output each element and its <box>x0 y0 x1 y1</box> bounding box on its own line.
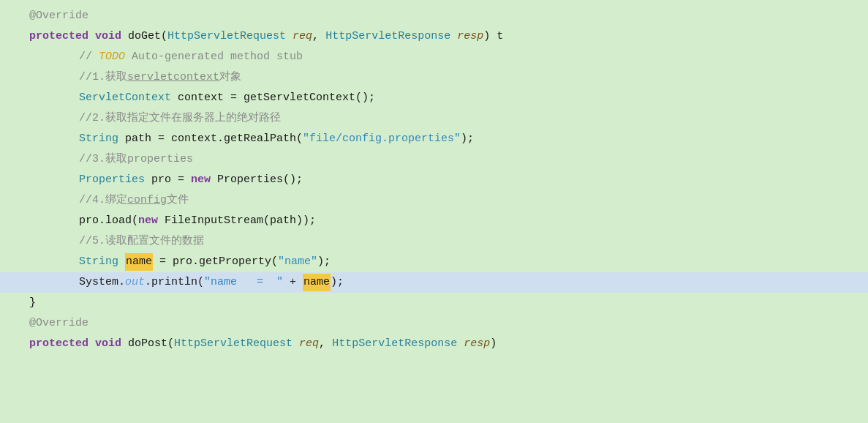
code-line-name: String name = pro.getProperty( "name" ); <box>0 252 868 272</box>
code-line-dopost: protected void doPost( HttpServletReques… <box>0 334 868 354</box>
param-resp-2: resp <box>457 335 490 352</box>
string-filepath: "file/config.properties" <box>303 130 461 147</box>
type-string1: String <box>79 130 118 147</box>
param-req-2: req <box>293 335 319 352</box>
type-servletcontext: ServletContext <box>79 89 171 106</box>
comma: , <box>312 28 325 45</box>
keyword-protected: protected <box>29 28 88 45</box>
comment4-text2: 文件 <box>167 192 189 209</box>
keyword-void-2: void <box>95 335 121 352</box>
type-properties: Properties <box>79 171 145 188</box>
comment2-text: //2.获取指定文件在服务器上的绝对路径 <box>79 110 281 127</box>
code-line-comment4: //4.绑定config文件 <box>0 190 868 211</box>
keyword-new1: new <box>191 171 211 188</box>
paren-close1: ); <box>461 130 474 147</box>
code-line-path: String path = context.getRealPath( "file… <box>0 129 868 149</box>
type-httpservletrequest-2: HttpServletRequest <box>174 335 293 352</box>
type-httpservletresponse-2: HttpServletResponse <box>332 335 457 352</box>
type-httpservletrequest: HttpServletRequest <box>167 28 286 45</box>
comment4-text: //4.绑定 <box>79 192 127 209</box>
getproperty: = pro.getProperty( <box>153 253 278 270</box>
type-string2: String <box>79 253 118 270</box>
pro-load: pro.load( <box>79 212 138 229</box>
code-line-comment2: //2.获取指定文件在服务器上的绝对路径 <box>0 108 868 129</box>
comment1-text: //1.获取 <box>79 69 127 86</box>
out-token: out <box>125 274 145 291</box>
method-doget: doGet( <box>121 28 167 45</box>
code-line-doget: protected void doGet( HttpServletRequest… <box>0 26 868 47</box>
keyword-void: void <box>95 28 121 45</box>
param-resp: resp <box>450 28 483 45</box>
comment1-underline: servletcontext <box>127 69 219 86</box>
keyword-protected-2: protected <box>29 335 88 352</box>
type-httpservletresponse: HttpServletResponse <box>325 28 450 45</box>
paren-close2: ); <box>317 253 331 270</box>
var-name-highlight: name <box>125 253 153 270</box>
comment1-text2: 对象 <box>219 69 241 86</box>
comma2: , <box>319 335 332 352</box>
annotation-token-2: @Override <box>29 315 88 332</box>
todo-token: TODO <box>99 48 125 65</box>
code-line-servletcontext: ServletContext context = getServletConte… <box>0 88 868 108</box>
space2 <box>118 253 125 270</box>
comment4-underline: config <box>127 192 167 209</box>
var-name-highlight2: name <box>303 274 331 291</box>
code-line-systemout: System. out .println( "name = " + name )… <box>0 272 868 293</box>
code-line-proload: pro.load( new FileInputStream(path)); <box>0 211 868 231</box>
code-line-comment1: //1.获取servletcontext对象 <box>0 67 868 88</box>
code-line-brace-close: } <box>0 293 868 313</box>
comment-slash: // <box>79 48 99 65</box>
annotation-token: @Override <box>29 7 88 24</box>
string-nameout: "name = " <box>204 274 283 291</box>
method-dopost: doPost( <box>121 335 174 352</box>
string-name: "name" <box>278 253 317 270</box>
param-req: req <box>286 28 312 45</box>
space <box>88 28 95 45</box>
plus: + <box>283 274 303 291</box>
fileinputstream: FileInputStream(path)); <box>158 212 316 229</box>
paren-close-post: ) <box>490 335 497 352</box>
method-tail: ) t <box>483 28 503 45</box>
var-pro: pro = <box>145 171 191 188</box>
comment5-text: //5.读取配置文件的数据 <box>79 233 204 250</box>
comment-auto: Auto-generated method stub <box>125 48 303 65</box>
space3 <box>88 335 95 352</box>
var-context: context = getServletContext(); <box>171 89 375 106</box>
keyword-new2: new <box>138 212 158 229</box>
closing-brace: } <box>29 294 36 311</box>
code-line-comment-todo: // TODO Auto-generated method stub <box>0 47 868 67</box>
system: System. <box>79 274 125 291</box>
properties-ctor: Properties(); <box>211 171 303 188</box>
comment3-text: //3.获取properties <box>79 151 193 168</box>
code-editor: @Override protected void doGet( HttpServ… <box>0 0 868 423</box>
code-line-comment5: //5.读取配置文件的数据 <box>0 231 868 252</box>
println: .println( <box>145 274 204 291</box>
paren-close3: ); <box>331 274 344 291</box>
code-line-comment3: //3.获取properties <box>0 149 868 170</box>
code-line-annotation-1: @Override <box>0 6 868 26</box>
code-line-properties: Properties pro = new Properties(); <box>0 170 868 190</box>
code-line-annotation-2: @Override <box>0 313 868 334</box>
var-path: path = context.getRealPath( <box>118 130 303 147</box>
